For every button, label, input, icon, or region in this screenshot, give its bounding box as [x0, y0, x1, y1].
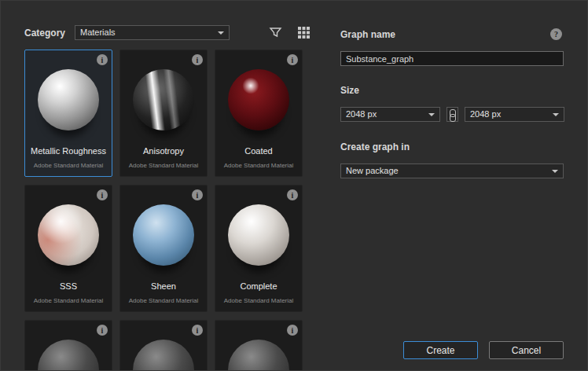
template-card[interactable]: i — [119, 320, 208, 371]
size-width-select[interactable]: 2048 px — [340, 107, 440, 122]
info-icon[interactable]: i — [287, 325, 298, 336]
template-card-subtitle: Adobe Standard Material — [120, 297, 207, 304]
template-card-title: SSS — [25, 281, 112, 291]
info-icon[interactable]: i — [287, 189, 298, 200]
material-preview-sphere — [133, 340, 194, 371]
new-graph-dialog: Category Materials i Metallic Roughness … — [0, 0, 588, 371]
template-card-title: Anisotropy — [120, 146, 207, 156]
grid-view-icon[interactable] — [297, 26, 311, 39]
template-card-title: Coated — [215, 146, 302, 156]
template-card[interactable]: i Anisotropy Adobe Standard Material — [119, 50, 208, 177]
material-preview-sphere — [133, 204, 194, 266]
material-preview-sphere — [133, 69, 194, 130]
material-preview-sphere — [38, 340, 99, 371]
help-icon[interactable]: ? — [550, 28, 562, 40]
category-label: Category — [24, 28, 65, 39]
template-card-subtitle: Adobe Standard Material — [25, 162, 112, 169]
graph-name-input[interactable] — [340, 51, 564, 66]
material-preview-sphere — [228, 69, 289, 130]
chain-link-icon — [450, 109, 456, 120]
template-card[interactable]: i Metallic Roughness Adobe Standard Mate… — [24, 50, 112, 177]
info-icon[interactable]: i — [97, 54, 108, 65]
graph-name-label: Graph name — [340, 29, 395, 40]
size-label: Size — [340, 85, 359, 96]
template-card[interactable]: i SSS Adobe Standard Material — [24, 185, 112, 312]
template-card-subtitle: Adobe Standard Material — [120, 162, 207, 169]
cancel-button[interactable]: Cancel — [489, 341, 564, 359]
link-size-toggle[interactable] — [447, 107, 458, 122]
template-card[interactable]: i Sheen Adobe Standard Material — [119, 185, 208, 312]
info-icon[interactable]: i — [97, 325, 108, 336]
material-preview-sphere — [228, 204, 289, 266]
template-card[interactable]: i Complete Adobe Standard Material — [215, 185, 303, 312]
size-height-select[interactable]: 2048 px — [465, 107, 564, 122]
template-card-subtitle: Adobe Standard Material — [215, 162, 302, 169]
create-graph-in-label: Create graph in — [340, 141, 410, 152]
template-card-subtitle: Adobe Standard Material — [215, 297, 302, 304]
template-card-title: Metallic Roughness — [25, 146, 112, 156]
template-card-title: Sheen — [120, 281, 207, 291]
info-icon[interactable]: i — [192, 325, 203, 336]
info-icon[interactable]: i — [192, 189, 203, 200]
category-select[interactable]: Materials — [75, 25, 230, 40]
info-icon[interactable]: i — [192, 54, 203, 65]
material-preview-sphere — [228, 340, 289, 371]
template-card[interactable]: i Coated Adobe Standard Material — [215, 50, 303, 177]
info-icon[interactable]: i — [97, 189, 108, 200]
material-preview-sphere — [38, 69, 99, 130]
template-grid: i Metallic Roughness Adobe Standard Mate… — [24, 50, 303, 371]
info-icon[interactable]: i — [287, 54, 298, 65]
template-card[interactable]: i — [24, 320, 112, 371]
filter-icon[interactable] — [269, 26, 282, 39]
material-preview-sphere — [38, 204, 99, 266]
template-card-title: Complete — [215, 281, 302, 291]
create-in-select[interactable]: New package — [340, 163, 564, 178]
template-card[interactable]: i — [215, 320, 303, 371]
create-button[interactable]: Create — [403, 341, 478, 359]
template-card-subtitle: Adobe Standard Material — [25, 297, 112, 304]
